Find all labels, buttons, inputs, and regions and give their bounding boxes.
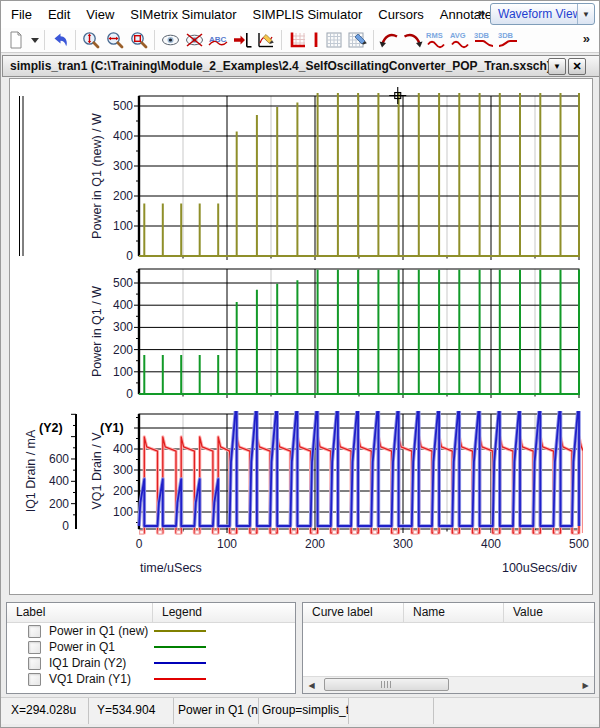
menu-file[interactable]: File (3, 2, 40, 27)
zoom-box-button[interactable] (127, 28, 151, 52)
add-grid-icon (287, 30, 307, 50)
waveform-viewer-window: File Edit View SIMetrix Simulator SIMPLI… (0, 0, 600, 728)
edit-grid-button[interactable] (346, 28, 370, 52)
menu-edit[interactable]: Edit (40, 2, 78, 27)
zoom-box-icon (129, 30, 149, 50)
zoom-vertical-icon (81, 30, 101, 50)
graph-area[interactable] (9, 78, 593, 595)
rms-button[interactable]: RMS (425, 28, 449, 52)
db-highpass-button[interactable]: 3DB (497, 28, 521, 52)
caret-down-icon: ▼ (553, 62, 561, 71)
viewer-select[interactable]: Waveform Viewer ▼ (490, 3, 595, 25)
toolbar: ABC RMS AVG (1, 28, 599, 53)
chevron-down-icon[interactable]: ▼ (577, 4, 594, 24)
legend-label: VQ1 Drain (Y1) (49, 672, 131, 686)
label-curves-button[interactable]: ABC (206, 28, 230, 52)
scroll-left-arrow[interactable]: ◀ (303, 677, 320, 693)
zoom-horizontal-icon (105, 30, 125, 50)
legend-checkbox[interactable] (28, 641, 41, 654)
toolbar-separator (373, 30, 374, 50)
x-axis-per-div-label: 100uSecs/div (502, 561, 577, 575)
legend-line-sample (154, 630, 206, 632)
legend-checkbox[interactable] (28, 657, 41, 670)
scrollbar-track[interactable] (320, 677, 577, 693)
menu-bar: File Edit View SIMetrix Simulator SIMPLI… (1, 1, 599, 28)
toolbar-separator (44, 30, 45, 50)
legend-col-label: Label (7, 603, 153, 622)
graph-title-bar[interactable]: simplis_tran1 (C:\Training\Module_2_Exam… (2, 55, 600, 77)
menu-view[interactable]: View (78, 2, 122, 27)
measure-col-value: Value (504, 603, 594, 622)
zoom-horizontal-button[interactable] (103, 28, 127, 52)
rms-icon: RMS (425, 30, 449, 50)
toolbar-separator (154, 30, 155, 50)
eye-icon (160, 30, 181, 50)
rms-text: RMS (426, 31, 443, 40)
legend-header: Label Legend (7, 603, 295, 623)
measure-col-name: Name (404, 603, 504, 622)
menu-simetrix-simulator[interactable]: SIMetrix Simulator (122, 2, 244, 27)
curve-arrow-left-button[interactable] (377, 28, 401, 52)
db-lowpass-icon: 3DB (473, 30, 497, 50)
new-document-button[interactable] (4, 28, 28, 52)
legend-label: Power in Q1 (new) (49, 624, 148, 638)
curve-arrow-right-button[interactable] (401, 28, 425, 52)
legend-checkbox[interactable] (28, 673, 41, 686)
collapse-button[interactable]: ▼ (548, 58, 566, 75)
db-highpass-icon: 3DB (497, 30, 521, 50)
legend-label: IQ1 Drain (Y2) (49, 656, 126, 670)
toggle-grid-button[interactable] (322, 28, 346, 52)
avg-button[interactable]: AVG (449, 28, 473, 52)
legend-checkbox[interactable] (28, 625, 41, 638)
edit-grid-icon (347, 30, 369, 50)
x-axis-label: time/uSecs (140, 561, 202, 575)
legend-row[interactable]: IQ1 Drain (Y2) (7, 655, 295, 671)
db1-text: 3DB (474, 31, 490, 40)
menu-cursors[interactable]: Cursors (370, 2, 432, 27)
caret-down-icon (30, 30, 40, 50)
add-axis-button[interactable] (309, 28, 322, 52)
status-x-readout: X=294.028u (1, 698, 89, 724)
measurement-header: Curve label Name Value (303, 603, 594, 623)
db2-text: 3DB (498, 31, 514, 40)
close-icon: ✕ (572, 60, 581, 73)
avg-text: AVG (450, 31, 466, 40)
toolbar-overflow-chevron[interactable]: » (583, 31, 590, 46)
legend-row[interactable]: Power in Q1 (7, 639, 295, 655)
zoom-vertical-button[interactable] (79, 28, 103, 52)
measurement-panel: Curve label Name Value ◀ ▶ (302, 602, 595, 694)
menu-simplis-simulator[interactable]: SIMPLIS Simulator (245, 2, 371, 27)
scrollbar-thumb[interactable] (324, 678, 449, 691)
hide-curve-button[interactable] (182, 28, 206, 52)
edit-graph-button[interactable] (254, 28, 278, 52)
menu-overflow-chevron[interactable]: » (478, 5, 485, 20)
abc-label-icon: ABC (207, 30, 229, 50)
status-y-readout: Y=534.904 (89, 698, 174, 724)
horizontal-scrollbar[interactable]: ◀ ▶ (303, 676, 594, 693)
status-bar: X=294.028u Y=534.904 Power in Q1 (new) G… (1, 697, 599, 724)
eye-off-icon (184, 30, 205, 50)
curve-arrow-right-icon (402, 30, 424, 50)
close-button[interactable]: ✕ (568, 58, 586, 75)
legend-label: Power in Q1 (49, 640, 115, 654)
grid-icon (324, 30, 344, 50)
status-empty (434, 698, 599, 724)
edit-graph-icon (255, 30, 277, 50)
scroll-right-arrow[interactable]: ▶ (577, 677, 594, 693)
avg-icon: AVG (449, 30, 473, 50)
show-curve-button[interactable] (158, 28, 182, 52)
legend-line-sample (154, 678, 206, 680)
toolbar-separator (281, 30, 282, 50)
graph-title: simplis_tran1 (C:\Training\Module_2_Exam… (3, 59, 548, 73)
legend-col-legend: Legend (153, 603, 295, 622)
legend-row[interactable]: VQ1 Drain (Y1) (7, 671, 295, 687)
undo-button[interactable] (48, 28, 72, 52)
new-document-dropdown[interactable] (28, 28, 41, 52)
move-axis-icon (232, 30, 252, 50)
move-curve-axis-button[interactable] (230, 28, 254, 52)
undo-icon (50, 30, 70, 50)
db-lowpass-button[interactable]: 3DB (473, 28, 497, 52)
viewer-select-value: Waveform Viewer (491, 7, 577, 21)
add-grid-button[interactable] (285, 28, 309, 52)
legend-row[interactable]: Power in Q1 (new) (7, 623, 295, 639)
